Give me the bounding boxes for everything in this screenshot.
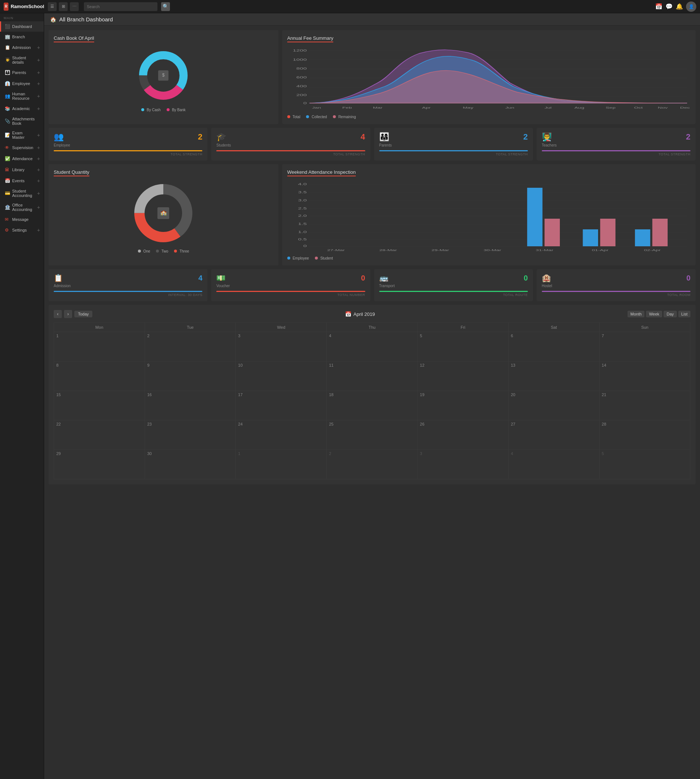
- bell-topbar-icon[interactable]: 🔔: [676, 3, 683, 10]
- info-header-hostel: 🏨 0: [542, 274, 690, 283]
- calendar-day-cell[interactable]: 27: [508, 420, 599, 450]
- sidebar-label-library: Library: [12, 167, 35, 172]
- svg-text:2.5: 2.5: [298, 207, 307, 210]
- sidebar-item-supervision[interactable]: 👁 Supervision +: [0, 142, 44, 153]
- calendar-day-cell[interactable]: 21: [599, 391, 690, 420]
- calendar-day-cell[interactable]: 12: [417, 361, 508, 391]
- calendar-day-cell[interactable]: 28: [599, 420, 690, 450]
- calendar-topbar-icon[interactable]: 📅: [655, 3, 662, 10]
- sidebar-item-office-accounting[interactable]: 🏦 Office Accounting +: [0, 200, 44, 214]
- sidebar-label-admission: Admission: [12, 45, 35, 50]
- calendar-day-cell[interactable]: 4: [327, 332, 417, 361]
- chat-topbar-icon[interactable]: 💬: [665, 3, 673, 10]
- apps-icon[interactable]: ⋯: [70, 2, 79, 11]
- layout-icon[interactable]: ⊞: [59, 2, 68, 11]
- svg-text:Jan: Jan: [312, 106, 321, 109]
- admission-info-total: INTERVAL: 30 DAYS: [54, 293, 202, 297]
- calendar-today-button[interactable]: Today: [74, 311, 92, 318]
- sidebar-item-human-resource[interactable]: 👥 Human Resource +: [0, 89, 44, 103]
- svg-text:800: 800: [296, 67, 307, 70]
- calendar-day-cell[interactable]: 22: [54, 420, 145, 450]
- calendar-day-cell[interactable]: 3: [417, 450, 508, 479]
- sidebar-item-academic[interactable]: 📚 Academic +: [0, 103, 44, 114]
- sidebar-item-student-accounting[interactable]: 💳 Student Accounting +: [0, 186, 44, 200]
- calendar-day-cell[interactable]: 5: [599, 450, 690, 479]
- calendar-day-cell[interactable]: 24: [236, 420, 327, 450]
- hamburger-icon[interactable]: ☰: [48, 2, 57, 11]
- calendar-day-cell[interactable]: 11: [327, 361, 417, 391]
- students-stat-total: TOTAL STRENGTH: [216, 152, 365, 156]
- calendar-day-cell[interactable]: 13: [508, 361, 599, 391]
- svg-text:1.5: 1.5: [298, 222, 307, 226]
- calendar-day-cell[interactable]: 15: [54, 391, 145, 420]
- hr-icon: 👥: [5, 94, 10, 99]
- calendar-day-cell[interactable]: 6: [508, 332, 599, 361]
- calendar-day-cell[interactable]: 20: [508, 391, 599, 420]
- sidebar-item-employee[interactable]: 👔 Employee +: [0, 78, 44, 89]
- calendar-day-cell[interactable]: 17: [236, 391, 327, 420]
- calendar-day-btn[interactable]: Day: [663, 311, 677, 318]
- calendar-day-cell[interactable]: 18: [327, 391, 417, 420]
- sidebar-item-message[interactable]: ✉ Message: [0, 214, 44, 224]
- calendar-day-cell[interactable]: 23: [145, 420, 236, 450]
- calendar-day-cell[interactable]: 30: [145, 450, 236, 479]
- calendar-day-cell[interactable]: 26: [417, 420, 508, 450]
- student-details-icon: 👨‍🎓: [5, 57, 10, 63]
- svg-text:3.5: 3.5: [298, 191, 307, 194]
- sidebar-item-admission[interactable]: 📋 Admission +: [0, 42, 44, 53]
- calendar-day-cell[interactable]: 7: [599, 332, 690, 361]
- search-input[interactable]: [84, 2, 157, 11]
- employee-stat-value: 2: [198, 132, 202, 142]
- calendar-day-cell[interactable]: 14: [599, 361, 690, 391]
- calendar-day-cell[interactable]: 5: [417, 332, 508, 361]
- calendar-day-cell[interactable]: 4: [508, 450, 599, 479]
- search-button[interactable]: 🔍: [161, 2, 170, 11]
- calendar-day-cell[interactable]: 9: [145, 361, 236, 391]
- sidebar-label-settings: Settings: [12, 228, 35, 232]
- calendar-day-cell[interactable]: 3: [236, 332, 327, 361]
- calendar-day-cell[interactable]: 19: [417, 391, 508, 420]
- calendar-prev-button[interactable]: ‹: [54, 310, 62, 318]
- calendar-day-cell[interactable]: 10: [236, 361, 327, 391]
- admission-icon: 📋: [5, 45, 10, 50]
- sidebar-item-dashboard[interactable]: ⬛ Dashboard: [0, 21, 44, 32]
- calendar-list-btn[interactable]: List: [678, 311, 690, 318]
- sidebar-item-settings[interactable]: ⚙ Settings +: [0, 224, 44, 236]
- sidebar-item-attachments[interactable]: 📎 Attachments Book: [0, 114, 44, 128]
- calendar-week-btn[interactable]: Week: [646, 311, 662, 318]
- svg-text:2.0: 2.0: [298, 214, 307, 217]
- calendar-day-cell[interactable]: 2: [327, 450, 417, 479]
- sidebar-item-parents[interactable]: 👪 Parents +: [0, 67, 44, 78]
- sidebar-item-student-details[interactable]: 👨‍🎓 Student details +: [0, 53, 44, 67]
- stat-card-parents: 👨‍👩‍👧 2 Parents TOTAL STRENGTH: [374, 128, 533, 160]
- sidebar-item-branch[interactable]: 🏢 Branch: [0, 32, 44, 42]
- calendar-day-cell[interactable]: 8: [54, 361, 145, 391]
- settings-plus: +: [37, 227, 40, 233]
- stats-row: 👥 2 Employee TOTAL STRENGTH 🎓 4 Students: [48, 128, 696, 160]
- calendar-day-cell[interactable]: 1: [236, 450, 327, 479]
- content-header: 🏠 All Branch Dashboard: [44, 13, 700, 26]
- sidebar-item-attendance[interactable]: ✅ Attendance +: [0, 153, 44, 164]
- user-avatar[interactable]: 👤: [686, 2, 696, 12]
- students-stat-label: Students: [216, 143, 365, 147]
- sidebar-item-library[interactable]: 🏛 Library +: [0, 164, 44, 175]
- exam-plus: +: [37, 132, 40, 138]
- bank-legend-dot: [167, 108, 170, 111]
- calendar-day-cell[interactable]: 1: [54, 332, 145, 361]
- info-card-admission: 📋 4 Admission INTERVAL: 30 DAYS: [48, 269, 207, 301]
- sidebar-item-exam[interactable]: 📝 Exam Master +: [0, 128, 44, 142]
- calendar-day-cell[interactable]: 25: [327, 420, 417, 450]
- sidebar-item-events[interactable]: 📅 Events +: [0, 175, 44, 186]
- calendar-day-cell[interactable]: 29: [54, 450, 145, 479]
- calendar-day-cell[interactable]: 16: [145, 391, 236, 420]
- sidebar-label-student-details: Student details: [12, 55, 35, 64]
- svg-text:30-Mar: 30-Mar: [483, 249, 501, 252]
- calendar-month-btn[interactable]: Month: [628, 311, 645, 318]
- hr-plus: +: [37, 93, 40, 99]
- calendar-day-cell[interactable]: 2: [145, 332, 236, 361]
- calendar-next-button[interactable]: ›: [64, 310, 72, 318]
- employee-stat-bar: [54, 150, 202, 151]
- student-quantity-legend: One Two Three: [138, 249, 189, 253]
- svg-text:🏫: 🏫: [160, 209, 167, 216]
- students-stat-value: 4: [360, 132, 365, 142]
